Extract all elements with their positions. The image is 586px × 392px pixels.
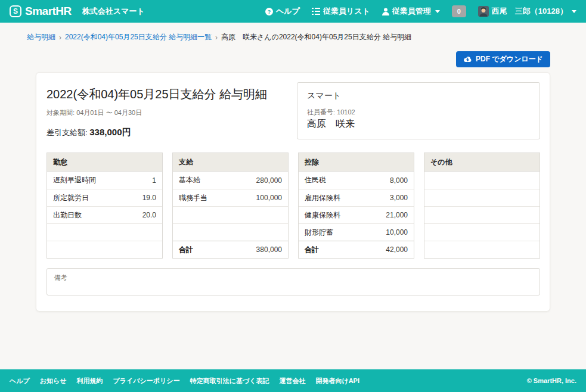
table-row: 健康保険料21,000 (299, 206, 414, 223)
employee-admin-label: 従業員管理 (392, 6, 431, 17)
employee-name: 高原 咲来 (307, 118, 530, 130)
payslip-table-3: その他 (424, 153, 540, 259)
header-nav: ? ヘルプ 従業員リスト 従業員管理 0 西尾 三郎（10128） (265, 5, 576, 17)
payslip-tables: 勤怠遅刻早退時間1所定就労日19.0出勤日数20.0支給基本給280,000職務… (46, 153, 540, 259)
table-row: 遅刻早退時間1 (47, 172, 162, 189)
footer-link[interactable]: ヘルプ (10, 377, 30, 385)
row-value: 3,000 (390, 194, 408, 202)
row-value: 20.0 (142, 211, 156, 219)
employee-number-label: 社員番号: (307, 108, 335, 116)
table-row (173, 223, 288, 241)
table-row (173, 206, 288, 223)
breadcrumb-separator: › (59, 33, 61, 42)
table-row (47, 223, 162, 241)
user-menu[interactable]: 西尾 三郎（10128） (478, 6, 576, 17)
payslip-table-0: 勤怠遅刻早退時間1所定就労日19.0出勤日数20.0 (46, 153, 163, 259)
footer-link[interactable]: 運営会社 (279, 377, 305, 385)
list-icon (312, 8, 320, 15)
employee-list-link[interactable]: 従業員リスト (312, 6, 370, 17)
row-value: 10,000 (386, 228, 408, 237)
notification-badge[interactable]: 0 (452, 5, 466, 17)
help-link[interactable]: ? ヘルプ (265, 6, 300, 17)
table-row (424, 223, 540, 241)
table-total-row: 合計42,000 (299, 241, 414, 258)
footer-link[interactable]: 開発者向けAPI (315, 377, 359, 385)
employee-company: スマート (307, 91, 530, 101)
table-title: その他 (424, 153, 540, 172)
row-label: 合計 (305, 245, 319, 255)
payslip-table-1: 支給基本給280,000職務手当100,000合計380,000 (172, 153, 289, 259)
table-title: 控除 (299, 153, 414, 172)
footer-link[interactable]: 特定商取引法に基づく表記 (190, 377, 269, 385)
table-row: 職務手当100,000 (173, 189, 288, 206)
target-period-value: 04月01日 〜 04月30日 (76, 109, 142, 116)
table-row: 所定就労日19.0 (47, 189, 162, 206)
row-value: 280,000 (256, 176, 282, 185)
table-row: 財形貯蓄10,000 (299, 223, 414, 241)
target-period-label: 対象期間: (46, 109, 75, 116)
user-name: 西尾 三郎（10128） (492, 6, 568, 17)
footer-link[interactable]: 利用規約 (77, 377, 103, 385)
breadcrumb-link[interactable]: 給与明細 (27, 32, 55, 42)
row-label: 財形貯蓄 (305, 228, 333, 238)
row-value: 380,000 (256, 245, 282, 254)
table-row (424, 189, 540, 206)
table-total-row: 合計380,000 (173, 241, 288, 258)
table-row (424, 241, 540, 258)
row-label: 雇用保険料 (305, 193, 340, 203)
row-label: 住民税 (305, 175, 326, 185)
table-row: 住民税8,000 (299, 172, 414, 189)
employee-list-label: 従業員リスト (323, 6, 370, 17)
app-footer: ヘルプお知らせ利用規約プライバシーポリシー特定商取引法に基づく表記運営会社開発者… (0, 369, 586, 392)
person-icon (382, 8, 389, 15)
net-pay-label: 差引支給額: (46, 128, 88, 137)
table-title: 支給 (173, 153, 288, 172)
payslip-table-2: 控除住民税8,000雇用保険料3,000健康保険料21,000財形貯蓄10,00… (298, 153, 414, 259)
employee-admin-menu[interactable]: 従業員管理 (382, 6, 440, 17)
footer-link[interactable]: お知らせ (40, 377, 67, 385)
net-pay-value: 338,000円 (89, 127, 131, 137)
row-value: 21,000 (386, 211, 408, 219)
row-value: 8,000 (390, 176, 408, 185)
target-period: 対象期間: 04月01日 〜 04月30日 (46, 108, 267, 117)
company-name: 株式会社スマート (82, 6, 145, 17)
table-row: 雇用保険料3,000 (299, 189, 414, 206)
row-value: 1 (152, 176, 156, 185)
table-row (424, 206, 540, 223)
svg-text:?: ? (268, 8, 271, 14)
breadcrumb: 給与明細›2022(令和04)年05月25日支給分 給与明細一覧›高原 咲来さん… (27, 32, 559, 42)
page-title: 2022(令和04)年05月25日支給分 給与明細 (46, 86, 267, 102)
row-label: 合計 (179, 245, 193, 255)
table-row: 出勤日数20.0 (47, 206, 162, 223)
smarthr-logo-icon: S (10, 5, 21, 17)
employee-info-box: スマート 社員番号: 10102 高原 咲来 (297, 82, 540, 139)
row-label: 職務手当 (179, 193, 207, 203)
breadcrumb-current: 高原 咲来さんの2022(令和04)年05月25日支給分 給与明細 (221, 32, 411, 42)
row-label: 所定就労日 (53, 193, 89, 203)
row-label: 基本給 (179, 175, 200, 185)
breadcrumb-separator: › (215, 33, 218, 42)
payslip-card: 2022(令和04)年05月25日支給分 給与明細 対象期間: 04月01日 〜… (36, 72, 550, 312)
table-row (424, 172, 540, 189)
breadcrumb-link[interactable]: 2022(令和04)年05月25日支給分 給与明細一覧 (65, 32, 212, 42)
row-value: 19.0 (142, 194, 156, 202)
smarthr-logo[interactable]: S SmartHR (10, 5, 72, 18)
row-value: 42,000 (386, 245, 408, 254)
pdf-download-label: PDF でダウンロード (476, 54, 543, 64)
row-label: 遅刻早退時間 (53, 175, 96, 185)
smarthr-wordmark: SmartHR (25, 5, 72, 18)
pdf-download-button[interactable]: PDF でダウンロード (456, 51, 550, 67)
chevron-down-icon (572, 10, 576, 13)
table-row: 基本給280,000 (173, 172, 288, 189)
employee-number: 社員番号: 10102 (307, 108, 530, 117)
chevron-down-icon (435, 10, 440, 13)
table-row (47, 241, 162, 258)
remarks-label: 備考 (54, 274, 67, 281)
net-pay: 差引支給額: 338,000円 (46, 127, 267, 138)
cloud-download-icon (463, 56, 472, 63)
payslip-heading-block: 2022(令和04)年05月25日支給分 給与明細 対象期間: 04月01日 〜… (46, 82, 267, 138)
remarks-box: 備考 (46, 268, 540, 295)
footer-link[interactable]: プライバシーポリシー (113, 377, 180, 385)
row-value: 100,000 (256, 194, 282, 202)
actions-row: PDF でダウンロード (36, 51, 550, 67)
